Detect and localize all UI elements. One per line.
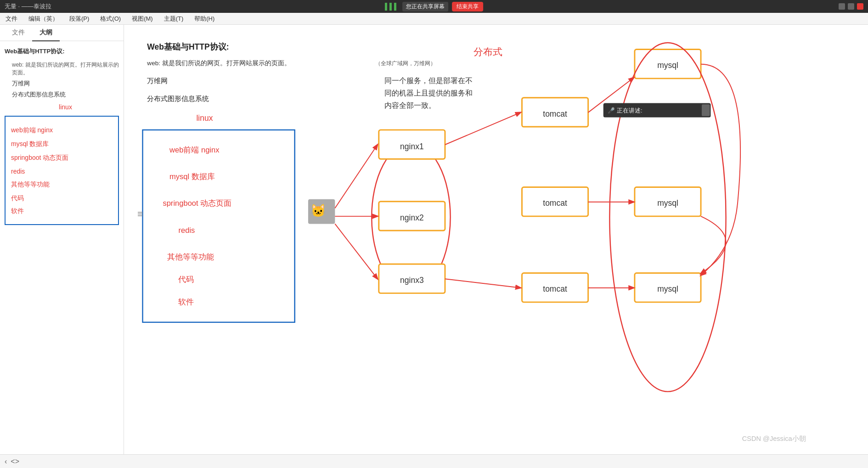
main-layout: 文件 大纲 Web基础与HTTP协议: web: 就是我们所说的网页。打开网站展… bbox=[0, 25, 868, 454]
svg-text:代码: 代码 bbox=[178, 275, 194, 284]
svg-text:web前端 nginx: web前端 nginx bbox=[169, 146, 220, 154]
tab-outline[interactable]: 大纲 bbox=[32, 25, 60, 41]
svg-text:nginx2: nginx2 bbox=[400, 213, 424, 222]
sidebar-tabs: 文件 大纲 bbox=[0, 25, 124, 41]
svg-text:其他等等功能: 其他等等功能 bbox=[167, 253, 214, 261]
svg-text:分布式: 分布式 bbox=[473, 46, 502, 57]
svg-text:（全球广域网，万维网）: （全球广域网，万维网） bbox=[375, 60, 436, 67]
window-controls bbox=[839, 3, 863, 10]
svg-text:linux: linux bbox=[196, 113, 213, 123]
outline-nginx[interactable]: web前端 nginx bbox=[11, 125, 113, 136]
menu-paragraph[interactable]: 段落(P) bbox=[68, 14, 91, 24]
outline-mysql[interactable]: mysql 数据库 bbox=[11, 139, 113, 150]
svg-line-44 bbox=[445, 113, 521, 145]
sidebar: 文件 大纲 Web基础与HTTP协议: web: 就是我们所说的网页。打开网站展… bbox=[0, 25, 124, 454]
share-text: 您正在共享屏幕 bbox=[402, 2, 448, 11]
svg-text:≡: ≡ bbox=[137, 209, 143, 220]
maximize-button[interactable] bbox=[848, 3, 854, 10]
sidebar-content: Web基础与HTTP协议: web: 就是我们所说的网页。打开网站展示的页面。 … bbox=[0, 41, 124, 454]
svg-text:软件: 软件 bbox=[178, 298, 194, 306]
prev-page-button[interactable]: ‹ bbox=[5, 457, 7, 466]
menu-help[interactable]: 帮助(H) bbox=[192, 14, 216, 24]
svg-text:tomcat: tomcat bbox=[543, 284, 567, 293]
tab-file[interactable]: 文件 bbox=[5, 25, 32, 40]
svg-text:mysql  数据库: mysql 数据库 bbox=[169, 172, 215, 181]
svg-text:mysql: mysql bbox=[657, 284, 678, 293]
svg-text:🐱: 🐱 bbox=[310, 203, 327, 218]
menu-file[interactable]: 文件 bbox=[4, 14, 19, 24]
outline-wanwei[interactable]: 万维网 bbox=[5, 78, 119, 89]
outline-others[interactable]: 其他等等功能 bbox=[11, 179, 113, 190]
close-button[interactable] bbox=[857, 3, 863, 10]
svg-text:mysql: mysql bbox=[657, 61, 678, 70]
svg-text:内容全部一致。: 内容全部一致。 bbox=[384, 101, 436, 109]
svg-rect-6 bbox=[143, 130, 295, 322]
svg-text:nginx1: nginx1 bbox=[400, 142, 424, 151]
svg-point-40 bbox=[609, 43, 726, 392]
top-bar: 无量 · ——泰波拉 ▌▌▌ 您正在共享屏幕 结束共享 bbox=[0, 0, 868, 13]
menu-format[interactable]: 格式(O) bbox=[98, 14, 123, 24]
outline-springboot[interactable]: springboot 动态页面 bbox=[11, 152, 113, 164]
diagram-svg: Web基础与HTTP协议: web: 就是我们所说的网页。打开网站展示的页面。 … bbox=[124, 25, 868, 454]
svg-text:nginx3: nginx3 bbox=[400, 276, 424, 285]
menu-view[interactable]: 视图(M) bbox=[130, 14, 155, 24]
svg-line-45 bbox=[445, 279, 521, 288]
svg-text:万维网: 万维网 bbox=[147, 77, 168, 85]
svg-text:redis: redis bbox=[178, 226, 195, 235]
svg-text:CSDN @Jessica小朝: CSDN @Jessica小朝 bbox=[742, 435, 806, 442]
outline-box: web前端 nginx mysql 数据库 springboot 动态页面 re… bbox=[5, 116, 119, 225]
window-title: 无量 · ——泰波拉 bbox=[5, 2, 51, 11]
svg-line-41 bbox=[335, 145, 378, 208]
menu-bar: 文件 编辑（英） 段落(P) 格式(O) 视图(M) 主题(T) 帮助(H) bbox=[0, 13, 868, 25]
outline-software[interactable]: 软件 bbox=[11, 206, 113, 217]
outline-web-desc[interactable]: web: 就是我们所说的网页。打开网站展示的页面。 bbox=[5, 60, 119, 78]
outline-linux[interactable]: linux bbox=[5, 102, 119, 112]
bottom-bar: ‹ <> bbox=[0, 454, 868, 468]
svg-rect-51 bbox=[702, 104, 710, 116]
outline-web-title[interactable]: Web基础与HTTP协议: bbox=[5, 46, 119, 57]
outline-redis[interactable]: redis bbox=[11, 166, 113, 176]
signal-icon: ▌▌▌ bbox=[385, 3, 399, 10]
svg-text:mysql: mysql bbox=[657, 198, 678, 208]
svg-text:同的机器上且提供的服务和: 同的机器上且提供的服务和 bbox=[384, 89, 473, 97]
end-share-button[interactable]: 结束共享 bbox=[452, 2, 483, 11]
svg-line-43 bbox=[335, 224, 378, 279]
svg-text:tomcat: tomcat bbox=[543, 109, 567, 118]
svg-text:web: 就是我们所说的网页。打开网站展示的页面。: web: 就是我们所说的网页。打开网站展示的页面。 bbox=[147, 60, 291, 67]
whiteboard: Web基础与HTTP协议: web: 就是我们所说的网页。打开网站展示的页面。 … bbox=[124, 25, 868, 454]
code-view-button[interactable]: <> bbox=[11, 457, 19, 466]
svg-text:分布式图形信息系统: 分布式图形信息系统 bbox=[147, 95, 209, 102]
outline-code[interactable]: 代码 bbox=[11, 193, 113, 204]
svg-text:Web基础与HTTP协议:: Web基础与HTTP协议: bbox=[147, 42, 229, 51]
canvas-area: Web基础与HTTP协议: web: 就是我们所说的网页。打开网站展示的页面。 … bbox=[124, 25, 868, 454]
svg-text:springboot  动态页面: springboot 动态页面 bbox=[163, 199, 231, 208]
outline-distributed[interactable]: 分布式图形信息系统 bbox=[5, 89, 119, 100]
share-indicator: ▌▌▌ 您正在共享屏幕 结束共享 bbox=[385, 2, 483, 11]
minimize-button[interactable] bbox=[839, 3, 845, 10]
bottom-navigation: ‹ <> bbox=[5, 457, 19, 466]
svg-text:tomcat: tomcat bbox=[543, 198, 567, 208]
svg-text:同一个服务，但是部署在不: 同一个服务，但是部署在不 bbox=[384, 77, 473, 85]
svg-text:🎤 正在讲述:: 🎤 正在讲述: bbox=[608, 107, 642, 114]
menu-theme[interactable]: 主题(T) bbox=[162, 14, 186, 24]
menu-edit[interactable]: 编辑（英） bbox=[27, 14, 60, 24]
